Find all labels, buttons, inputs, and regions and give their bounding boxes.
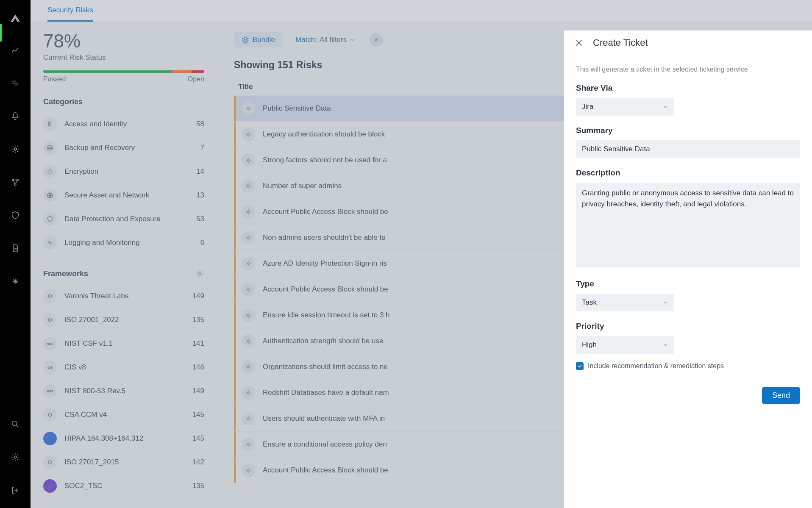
create-ticket-drawer: Create Ticket This will generate a ticke… — [564, 31, 812, 508]
nav-risk-icon[interactable] — [6, 140, 25, 158]
nav-graph-icon[interactable] — [6, 173, 25, 192]
include-recommendation-label: Include recommendation & remediation ste… — [588, 362, 724, 370]
drawer-title: Create Ticket — [593, 37, 648, 48]
nav-logout-icon[interactable] — [6, 481, 25, 500]
svg-point-5 — [14, 456, 17, 458]
nav-flow-icon[interactable] — [6, 74, 25, 92]
nav-shield-icon[interactable] — [6, 206, 25, 225]
nav-search-icon[interactable] — [6, 415, 25, 433]
chevron-down-icon — [662, 104, 668, 110]
accent-bar — [0, 24, 2, 42]
type-select[interactable]: Task — [576, 294, 674, 311]
nav-sparkle-icon[interactable] — [6, 272, 25, 291]
summary-input[interactable] — [576, 140, 800, 158]
chevron-down-icon — [662, 342, 668, 348]
share-via-label: Share Via — [576, 83, 800, 93]
close-drawer-button[interactable] — [573, 37, 584, 48]
nav-analytics-icon[interactable] — [6, 41, 25, 59]
nav-doc-icon[interactable] — [6, 239, 25, 258]
summary-label: Summary — [576, 126, 800, 135]
svg-point-4 — [12, 421, 17, 426]
priority-label: Priority — [576, 322, 800, 331]
left-nav-rail — [0, 0, 31, 508]
description-textarea[interactable] — [576, 183, 800, 267]
logo-icon[interactable] — [6, 9, 25, 28]
type-label: Type — [576, 279, 800, 289]
priority-select[interactable]: High — [576, 336, 674, 354]
svg-point-3 — [14, 184, 16, 186]
send-button[interactable]: Send — [762, 387, 800, 404]
svg-point-0 — [14, 148, 17, 150]
description-field-label: Description — [576, 168, 800, 178]
chevron-down-icon — [662, 300, 668, 305]
include-recommendation-checkbox[interactable] — [576, 362, 584, 370]
share-via-select[interactable]: Jira — [576, 98, 674, 116]
drawer-hint: This will generate a ticket in the selec… — [576, 66, 800, 73]
nav-settings-icon[interactable] — [6, 448, 25, 466]
nav-bell-icon[interactable] — [6, 107, 25, 125]
